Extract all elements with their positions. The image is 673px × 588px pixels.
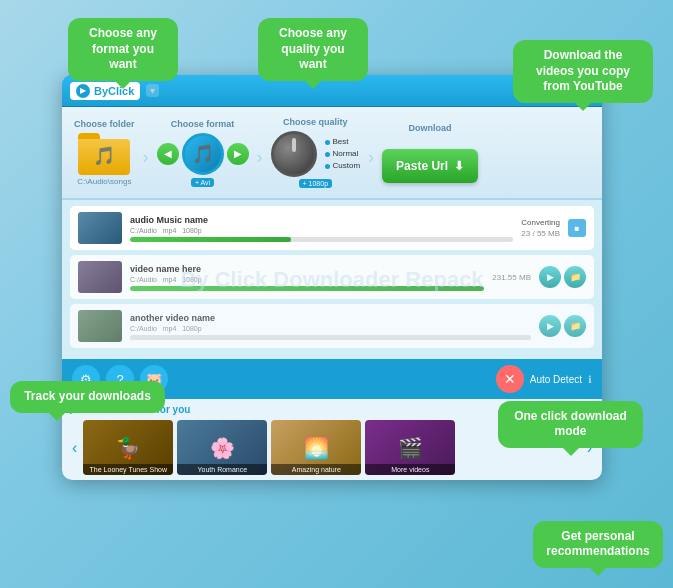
auto-detect-icon[interactable]: ✕ xyxy=(496,365,524,393)
dl-progress-fill-2 xyxy=(130,286,484,291)
rec-item-label-2: Amazing nature xyxy=(271,464,361,475)
format-circle[interactable]: 🎵 xyxy=(182,133,224,175)
dl-stop-btn-1[interactable]: ■ xyxy=(568,219,586,237)
format-controls: ◀ 🎵 ▶ xyxy=(157,133,249,175)
dl-size-1: 23 / 55 MB xyxy=(521,229,560,238)
dl-thumb-3 xyxy=(78,310,122,342)
download-bar: Choose folder 🎵 C:\Audio\songs › Choose … xyxy=(62,107,602,200)
quality-normal: Normal xyxy=(325,148,361,160)
quality-section: Choose quality Best Normal Custom xyxy=(271,117,361,188)
dl-meta-3: C:/Audio mp4 1080p xyxy=(130,325,531,332)
dl-info-3: another video name C:/Audio mp4 1080p xyxy=(130,313,531,340)
auto-detect-info-icon[interactable]: ℹ xyxy=(588,374,592,385)
dl-folder-btn-3[interactable]: 📁 xyxy=(564,315,586,337)
folder-section: Choose folder 🎵 C:\Audio\songs xyxy=(74,119,135,186)
rec-item-label-1: Youth Romance xyxy=(177,464,267,475)
tooltip-youtube: Download the videos you copy from YouTub… xyxy=(513,40,653,103)
dl-action-btns-3: ▶ 📁 xyxy=(539,315,586,337)
quality-dot-custom xyxy=(325,164,330,169)
quality-custom: Custom xyxy=(325,160,361,172)
download-item: audio Music name C:/Audio mp4 1080p Conv… xyxy=(70,206,594,250)
dl-thumb-1 xyxy=(78,212,122,244)
dl-status-1: Converting xyxy=(521,218,560,227)
download-label: Download xyxy=(409,123,452,133)
dl-title-3: another video name xyxy=(130,313,531,323)
dl-title-2: video name here xyxy=(130,264,484,274)
tooltip-recommend: Get personal recommendations xyxy=(533,521,663,568)
auto-detect-label: Auto Detect xyxy=(530,374,582,385)
rec-item-3[interactable]: 🎬 More videos xyxy=(365,420,455,475)
download-section: Download Paste Url ⬇ xyxy=(382,123,478,183)
download-item-3: another video name C:/Audio mp4 1080p ▶ … xyxy=(70,304,594,348)
rec-item-1[interactable]: 🌸 Youth Romance xyxy=(177,420,267,475)
dl-title-1: audio Music name xyxy=(130,215,513,225)
dl-progress-bar-3 xyxy=(130,335,531,340)
quality-best: Best xyxy=(325,136,361,148)
dl-action-btns-2: ▶ 📁 xyxy=(539,266,586,288)
rec-prev-btn[interactable]: ‹ xyxy=(70,439,79,457)
folder-path: C:\Audio\songs xyxy=(77,177,131,186)
format-next-btn[interactable]: ▶ xyxy=(227,143,249,165)
quality-dot-best xyxy=(325,140,330,145)
format-prev-btn[interactable]: ◀ xyxy=(157,143,179,165)
dl-info-1: audio Music name C:/Audio mp4 1080p xyxy=(130,215,513,242)
divider-2: › xyxy=(257,147,263,168)
dl-size-2: 231.55 MB xyxy=(492,273,531,282)
rec-item-label-0: The Looney Tunes Show xyxy=(83,464,173,475)
dl-progress-fill-1 xyxy=(130,237,291,242)
dl-meta-2: C:/Audio mp4 1080p xyxy=(130,276,484,283)
folder-label: Choose folder xyxy=(74,119,135,129)
dl-progress-bar-2 xyxy=(130,286,484,291)
download-arrow-icon: ⬇ xyxy=(454,159,464,173)
divider-3: › xyxy=(368,147,374,168)
folder-body: 🎵 xyxy=(78,139,130,175)
rec-item-0[interactable]: 🦆 The Looney Tunes Show xyxy=(83,420,173,475)
folder-icon[interactable]: 🎵 xyxy=(78,133,130,175)
format-label: Choose format xyxy=(171,119,235,129)
tooltip-track: Track your downloads xyxy=(10,381,165,413)
dl-folder-btn[interactable]: 📁 xyxy=(564,266,586,288)
format-music-icon: 🎵 xyxy=(192,143,214,165)
dl-progress-bar-1 xyxy=(130,237,513,242)
dl-play-btn[interactable]: ▶ xyxy=(539,266,561,288)
rec-item-2[interactable]: 🌅 Amazing nature xyxy=(271,420,361,475)
quality-dot-normal xyxy=(325,152,330,157)
quality-knob[interactable] xyxy=(271,131,317,177)
downloads-area: By Click Downloader Repack audio Music n… xyxy=(62,200,602,359)
tooltip-format: Choose any format you want xyxy=(68,18,178,81)
quality-options: Best Normal Custom xyxy=(325,136,361,172)
dl-info-2: video name here C:/Audio mp4 1080p xyxy=(130,264,484,291)
dl-play-btn-3[interactable]: ▶ xyxy=(539,315,561,337)
folder-music-icon: 🎵 xyxy=(93,145,115,167)
format-badge: + Avi xyxy=(191,178,214,187)
menu-arrow[interactable]: ▾ xyxy=(146,84,159,97)
quality-label: Choose quality xyxy=(283,117,348,127)
paste-url-button[interactable]: Paste Url ⬇ xyxy=(382,149,478,183)
dl-meta-1: C:/Audio mp4 1080p xyxy=(130,227,513,234)
divider-1: › xyxy=(143,147,149,168)
rec-item-label-3: More videos xyxy=(365,464,455,475)
download-item-2: video name here C:/Audio mp4 1080p 231.5… xyxy=(70,255,594,299)
logo-icon: ▶ xyxy=(76,84,90,98)
dl-thumb-2 xyxy=(78,261,122,293)
tooltip-quality: Choose any quality you want xyxy=(258,18,368,81)
auto-detect-area: ✕ Auto Detect ℹ xyxy=(496,365,592,393)
format-section: Choose format ◀ 🎵 ▶ + Avi xyxy=(157,119,249,187)
tooltip-oneclick: One click download mode xyxy=(498,401,643,448)
quality-badge: + 1080p xyxy=(299,179,333,188)
